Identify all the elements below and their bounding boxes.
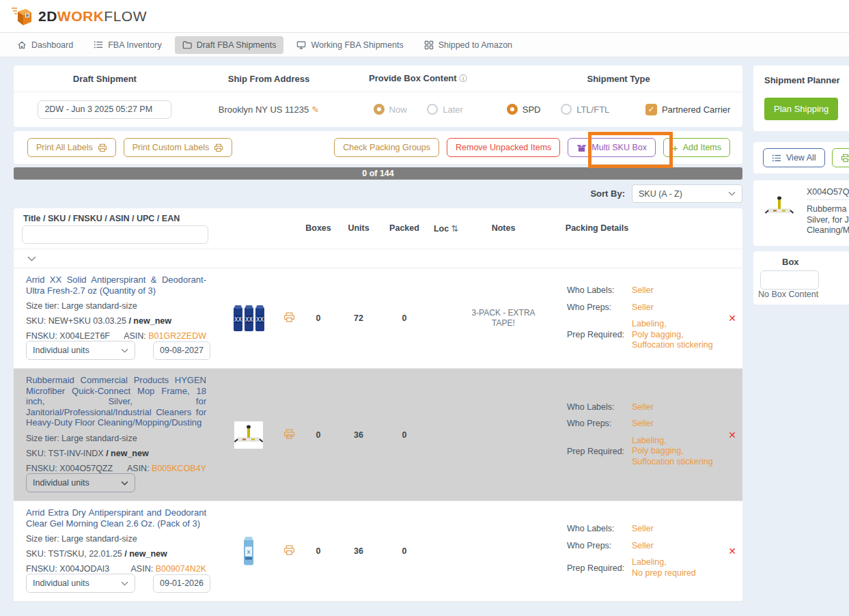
unit-type-value: Individual units — [33, 478, 89, 488]
add-items-button[interactable]: + Add Items — [663, 138, 730, 157]
remove-item-icon[interactable]: ✕ — [728, 313, 736, 324]
item-ids: FNSKU: X004LE2T6F ASIN: B01GR2ZEDW — [26, 331, 206, 341]
view-all-button[interactable]: View All — [763, 148, 825, 167]
box-number-input[interactable] — [760, 270, 819, 290]
product-fnsku: X004O57Q — [807, 187, 849, 197]
later-label: Later — [443, 104, 463, 115]
boxes-value: 0 — [316, 546, 321, 556]
asin-link[interactable]: B009074N2K — [156, 564, 206, 574]
packed-value: 0 — [402, 313, 407, 323]
info-icon[interactable]: ⓘ — [459, 74, 467, 83]
draft-shipment-heading: Draft Shipment — [14, 74, 196, 84]
packed-progress-bar: 0 of 144 — [14, 167, 742, 180]
remove-item-icon[interactable]: ✕ — [728, 430, 736, 440]
shipment-type-spd-radio[interactable]: SPD — [507, 104, 541, 115]
partnered-carrier-checkbox[interactable]: ✓ Partnered Carrier — [645, 104, 730, 115]
box-toolbar-card: View All Pr — [753, 142, 849, 173]
print-item-label-button[interactable] — [283, 312, 295, 325]
progress-label: 0 of 144 — [362, 169, 394, 178]
item-row: Arrid XX Solid Antiperspirant & Deodoran… — [14, 268, 742, 369]
col-loc[interactable]: Loc ⇅ — [434, 223, 458, 234]
svg-text:X: X — [247, 550, 251, 555]
svg-text:XX: XX — [234, 317, 242, 323]
chevron-down-icon — [121, 348, 128, 353]
asin-link[interactable]: B005KCOB4Y — [152, 464, 206, 473]
unit-type-select[interactable]: Individual units — [26, 473, 135, 492]
sort-select[interactable]: SKU (A - Z) — [632, 184, 742, 203]
remove-item-icon[interactable]: ✕ — [728, 546, 736, 557]
item-title[interactable]: Arrid Extra Dry Antiperspirant and Deodo… — [26, 507, 206, 529]
nav-dashboard-label: Dashboard — [31, 40, 73, 50]
draft-shipment-name-input[interactable] — [38, 100, 171, 119]
prep-required-label: Prep Required: — [567, 447, 632, 456]
printer-icon — [841, 154, 849, 163]
product-summary: X004O57Q Rubberma Silver, for J Cleaning… — [807, 187, 849, 239]
home-icon — [17, 40, 27, 50]
expiry-date-input[interactable] — [153, 341, 210, 360]
plan-shipping-button[interactable]: Plan Shipping — [764, 98, 838, 120]
folder-icon — [182, 40, 192, 49]
item-search-input[interactable] — [22, 225, 208, 244]
nav-shipped-to-amazon[interactable]: Shipped to Amazon — [417, 36, 520, 54]
item-info: Arrid Extra Dry Antiperspirant and Deodo… — [26, 507, 206, 574]
svg-text:XX: XX — [245, 317, 253, 323]
shipment-type-ltl-radio[interactable]: LTL/FTL — [561, 104, 609, 115]
view-all-label: View All — [786, 153, 816, 163]
spd-label: SPD — [523, 104, 541, 115]
prep-required-value: Labeling, Poly bagging, Suffocation stic… — [632, 436, 713, 468]
who-preps-value: Seller — [632, 541, 654, 552]
item-fnsku: FNSKU: X004O57QZZ — [26, 464, 127, 473]
packed-value: 0 — [402, 546, 407, 556]
sort-by-label: Sort By: — [590, 188, 625, 199]
item-title[interactable]: Rubbermaid Commercial Products HYGEN Mic… — [26, 375, 206, 428]
asin-link[interactable]: B01GR2ZEDW — [148, 331, 206, 341]
now-label: Now — [389, 104, 407, 115]
item-row: Arrid Extra Dry Antiperspirant and Deodo… — [14, 501, 742, 602]
prep-required-value: Labeling, No prep required — [632, 557, 696, 578]
product-title-line: Rubberma — [807, 204, 849, 215]
remove-unpacked-items-button[interactable]: Remove Unpacked Items — [447, 138, 560, 157]
remove-unpacked-items-label: Remove Unpacked Items — [456, 143, 551, 152]
main-nav: Dashboard FBA Inventory Draft FBA Shipme… — [0, 33, 849, 57]
item-sku: SKU: NEW+SKU 03.03.25 / new_new — [26, 316, 206, 326]
item-info: Arrid XX Solid Antiperspirant & Deodoran… — [26, 275, 206, 341]
unit-type-select[interactable]: Individual units — [26, 341, 135, 360]
sort-arrows-icon: ⇅ — [451, 224, 458, 234]
print-custom-labels-button[interactable]: Print Custom Labels — [124, 138, 233, 157]
print-all-labels-button[interactable]: Print All Labels — [27, 138, 116, 157]
checkbox-checked-icon: ✓ — [645, 104, 657, 115]
expand-all-row[interactable] — [14, 249, 742, 268]
units-value: 36 — [354, 546, 363, 556]
edit-address-icon[interactable]: ✎ — [311, 104, 319, 115]
sort-select-value: SKU (A - Z) — [639, 189, 682, 199]
print-item-label-button[interactable] — [283, 545, 295, 558]
unit-type-select[interactable]: Individual units — [26, 574, 135, 593]
add-items-label: Add Items — [683, 143, 721, 152]
nav-dashboard[interactable]: Dashboard — [10, 36, 81, 54]
svg-text:XX: XX — [256, 317, 264, 323]
multi-sku-box-button[interactable]: Multi SKU Box — [568, 138, 656, 157]
toolbar: Print All Labels Print Custom Labels Che… — [14, 131, 742, 164]
prep-required-label: Prep Required: — [567, 563, 632, 573]
box-content-now-radio[interactable]: Now — [374, 104, 407, 115]
chevron-down-icon — [728, 191, 736, 196]
box-heading: Box — [782, 257, 849, 267]
item-row-selected: Rubbermaid Commercial Products HYGEN Mic… — [14, 369, 742, 501]
unit-type-value: Individual units — [33, 346, 89, 355]
item-title[interactable]: Arrid XX Solid Antiperspirant & Deodoran… — [26, 275, 206, 296]
print-item-label-button[interactable] — [283, 428, 295, 441]
plus-icon: + — [672, 144, 678, 152]
who-labels-value: Seller — [632, 285, 654, 296]
check-packing-groups-button[interactable]: Check Packing Groups — [334, 138, 439, 157]
config-values: Brooklyn NY US 11235✎ Now Later SPD LTL/… — [14, 92, 742, 126]
expiry-date-input[interactable] — [153, 574, 210, 593]
nav-working-fba-shipments[interactable]: Working FBA Shipments — [289, 36, 410, 54]
print-box-button[interactable]: Pr — [832, 148, 849, 167]
nav-draft-fba-shipments[interactable]: Draft FBA Shipments — [175, 36, 284, 54]
sort-row: Sort By: SKU (A - Z) — [14, 184, 742, 203]
logo-box-icon — [11, 6, 33, 27]
print-custom-labels-label: Print Custom Labels — [133, 143, 210, 152]
nav-fba-inventory[interactable]: FBA Inventory — [86, 36, 169, 54]
item-sku: SKU: TST-INV-INDX / new_new — [26, 449, 206, 458]
box-content-later-radio[interactable]: Later — [427, 104, 463, 115]
